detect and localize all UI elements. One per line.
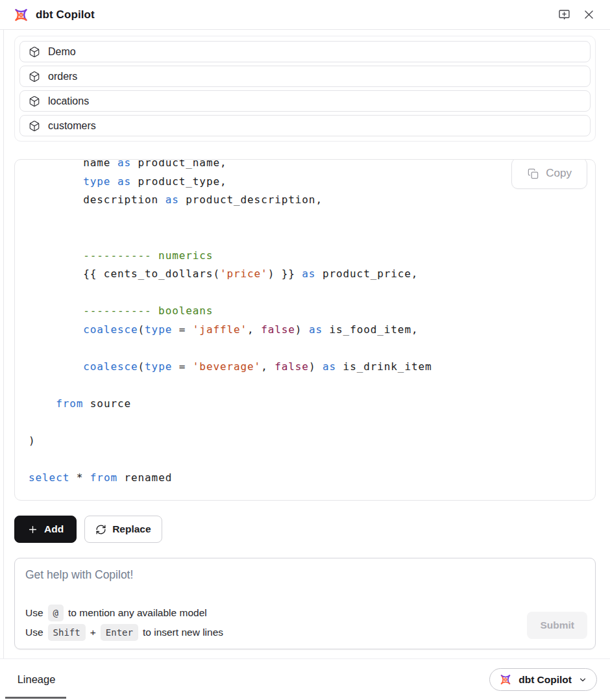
panel-header: dbt Copilot (0, 0, 610, 30)
code-line: from source (29, 395, 595, 414)
code-line: ---------- numerics (29, 247, 595, 266)
model-list: Demoorderslocationscustomers (14, 36, 596, 142)
copy-button-label: Copy (546, 167, 572, 180)
add-button[interactable]: Add (14, 516, 77, 543)
code-line: ) (29, 432, 595, 451)
add-panel-icon[interactable] (555, 6, 572, 23)
chat-placeholder: Get help with Copilot! (25, 568, 585, 582)
cube-icon (29, 95, 40, 107)
copilot-dropdown[interactable]: dbt Copilot (489, 668, 597, 691)
code-line: coalesce(type = 'jaffle', false) as is_f… (29, 321, 595, 340)
code-line: coalesce(type = 'beverage', false) as is… (29, 358, 595, 377)
code-line (29, 210, 595, 229)
model-item-label: orders (48, 71, 77, 82)
hint-row: Use@to mention any available model (25, 605, 223, 621)
code-block-card: name as product_name, type as product_ty… (14, 159, 596, 501)
code-line: {{ cents_to_dollars('price') }} as produ… (29, 265, 595, 284)
panel-title: dbt Copilot (36, 8, 95, 21)
chevron-down-icon (578, 675, 587, 684)
code-line (29, 284, 595, 303)
cube-icon (29, 71, 40, 82)
code-line: description as product_description, (29, 191, 595, 210)
copy-button[interactable]: Copy (511, 159, 587, 189)
hint-row: UseShift+Enterto insert new lines (25, 624, 223, 641)
sql-code: name as product_name, type as product_ty… (15, 160, 595, 487)
model-item[interactable]: customers (19, 115, 591, 136)
dbt-copilot-panel: { "header": { "title": "dbt Copilot", "i… (0, 0, 610, 700)
cube-icon (29, 120, 40, 132)
code-line (29, 339, 595, 358)
chat-input[interactable]: Get help with Copilot! Use@to mention an… (14, 558, 596, 649)
kbd-chip: Enter (101, 624, 138, 641)
plus-icon (27, 524, 38, 535)
code-line (29, 228, 595, 247)
chat-hints: Use@to mention any available modelUseShi… (25, 605, 223, 641)
dbt-copilot-logo-icon (499, 673, 512, 686)
kbd-chip: @ (48, 605, 64, 621)
replace-button[interactable]: Replace (84, 516, 162, 543)
copilot-dropdown-label: dbt Copilot (518, 674, 572, 686)
model-item[interactable]: orders (19, 66, 591, 87)
panel-left-divider (3, 30, 4, 658)
action-row: Add Replace (14, 516, 596, 543)
model-item[interactable]: locations (19, 90, 591, 112)
model-item-label: customers (48, 120, 96, 132)
code-line: select * from renamed (29, 469, 595, 488)
code-line (29, 450, 595, 469)
close-icon[interactable] (580, 6, 597, 23)
kbd-chip: Shift (48, 624, 86, 641)
code-line: type as product_type, (29, 173, 595, 192)
tab-lineage-label: Lineage (18, 673, 56, 686)
model-item[interactable]: Demo (19, 41, 591, 62)
refresh-icon (95, 524, 106, 535)
copy-icon (527, 168, 539, 180)
tab-active-indicator (5, 697, 66, 699)
dbt-copilot-logo-icon (13, 7, 29, 23)
add-button-label: Add (44, 523, 64, 535)
cube-icon (29, 46, 40, 58)
code-line: name as product_name, (29, 160, 595, 173)
model-item-label: locations (48, 95, 89, 107)
code-line (29, 413, 595, 432)
replace-button-label: Replace (112, 523, 151, 535)
model-item-label: Demo (48, 46, 76, 58)
submit-button[interactable]: Submit (527, 612, 587, 639)
tab-lineage[interactable]: Lineage (4, 659, 69, 700)
code-line (29, 376, 595, 395)
code-scroll-area[interactable]: name as product_name, type as product_ty… (15, 160, 595, 500)
code-line: ---------- booleans (29, 302, 595, 321)
footer-bar: Lineage dbt Copilot (0, 658, 610, 700)
